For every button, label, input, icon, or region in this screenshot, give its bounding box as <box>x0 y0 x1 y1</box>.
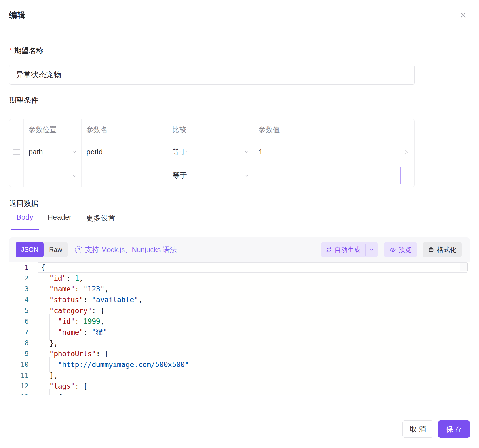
editor-scrollbar[interactable] <box>460 263 468 271</box>
code-line-content[interactable]: "name": "123", <box>38 284 470 294</box>
value-input[interactable]: 1 <box>254 140 414 164</box>
chevron-down-icon <box>369 247 374 252</box>
line-number: 3 <box>9 284 38 294</box>
auto-generate-caret-button[interactable] <box>366 242 378 257</box>
edit-expectation-dialog: 编辑 * 期望名称 期望条件 参数位置 参数名 比较 参数值 path <box>0 0 479 448</box>
mode-toggle: JSON Raw <box>16 242 68 257</box>
help-icon: ? <box>75 246 82 253</box>
code-line[interactable]: 3 "name": "123", <box>9 284 470 294</box>
value-input-focused[interactable] <box>254 167 401 184</box>
close-button[interactable] <box>458 10 468 20</box>
code-line-content[interactable]: }, <box>38 338 470 348</box>
name-label-text: 期望名称 <box>14 46 43 56</box>
code-line-content[interactable]: "tags": [ <box>38 381 470 392</box>
line-number: 7 <box>9 327 38 338</box>
param-name-value: petId <box>86 148 103 156</box>
condition-row-2: 等于 <box>9 164 414 187</box>
tab-more-settings[interactable]: 更多设置 <box>80 213 121 230</box>
mode-raw-button[interactable]: Raw <box>44 242 68 257</box>
syntax-hint-text: 支持 Mock.js、Nunjucks 语法 <box>85 245 177 254</box>
comparator-select[interactable]: 等于 <box>167 140 254 164</box>
position-select-empty[interactable] <box>23 164 81 187</box>
line-number: 5 <box>9 305 38 316</box>
position-select-value: path <box>29 148 43 156</box>
editor-toolbar: JSON Raw ? 支持 Mock.js、Nunjucks 语法 自动生成 <box>16 242 462 257</box>
column-header-position: 参数位置 <box>23 119 81 140</box>
indent-guide <box>41 389 41 395</box>
mode-json-button[interactable]: JSON <box>16 242 44 257</box>
drag-cell-empty <box>9 164 23 187</box>
repeat-icon <box>326 247 332 253</box>
line-number: 10 <box>9 359 38 370</box>
preview-button[interactable]: 预览 <box>384 242 417 257</box>
response-label: 返回数据 <box>9 199 38 208</box>
drag-handle-icon[interactable] <box>13 149 20 155</box>
line-number: 2 <box>9 273 38 284</box>
code-line[interactable]: 5 "category": { <box>9 305 470 316</box>
drag-cell <box>9 140 23 164</box>
format-button[interactable]: 格式化 <box>423 242 462 257</box>
code-editor[interactable]: 1{2 "id": 1,3 "name": "123",4 "status": … <box>9 262 470 395</box>
column-header-param: 参数名 <box>81 119 167 140</box>
code-line[interactable]: 11 ], <box>9 370 470 381</box>
code-line[interactable]: 10 "http://dummyimage.com/500x500" <box>9 359 470 370</box>
chevron-down-icon <box>244 173 249 178</box>
tab-body[interactable]: Body <box>11 213 39 230</box>
code-lines: 1{2 "id": 1,3 "name": "123",4 "status": … <box>9 262 470 395</box>
line-number: 9 <box>9 348 38 359</box>
comparator-select-value: 等于 <box>172 171 187 180</box>
line-number: 12 <box>9 381 38 392</box>
condition-row-1: path petId 等于 1 <box>9 140 414 164</box>
line-number: 4 <box>9 294 38 305</box>
line-number: 11 <box>9 370 38 381</box>
auto-generate-label: 自动生成 <box>335 245 360 254</box>
line-number: 13 <box>9 392 38 395</box>
comparator-select-value: 等于 <box>172 147 187 157</box>
code-line-content[interactable]: "id": 1999, <box>38 316 470 327</box>
comparator-select-2[interactable]: 等于 <box>167 164 254 187</box>
cancel-button[interactable]: 取 消 <box>402 420 433 438</box>
close-icon <box>459 11 467 19</box>
body-editor-panel: JSON Raw ? 支持 Mock.js、Nunjucks 语法 自动生成 <box>9 237 470 395</box>
code-line[interactable]: 6 "id": 1999, <box>9 316 470 327</box>
line-number: 8 <box>9 338 38 348</box>
code-line[interactable]: 8 }, <box>9 338 470 348</box>
drag-column-header <box>9 119 23 140</box>
param-name-input-empty[interactable] <box>81 164 167 187</box>
dialog-title: 编辑 <box>9 10 25 21</box>
code-line-content[interactable]: "status": "available", <box>38 294 470 305</box>
code-line[interactable]: 4 "status": "available", <box>9 294 470 305</box>
code-line[interactable]: 9 "photoUrls": [ <box>9 348 470 359</box>
line-number: 6 <box>9 316 38 327</box>
conditions-label: 期望条件 <box>9 95 38 105</box>
conditions-header-row: 参数位置 参数名 比较 参数值 <box>9 119 414 140</box>
auto-generate-split-button: 自动生成 <box>321 242 378 257</box>
code-line-content[interactable]: "category": { <box>38 305 470 316</box>
code-line-content[interactable]: "name": "猫" <box>38 327 470 338</box>
format-label: 格式化 <box>437 245 456 254</box>
dialog-footer: 取 消 保 存 <box>9 420 470 438</box>
preview-label: 预览 <box>399 245 411 254</box>
auto-generate-button[interactable]: 自动生成 <box>321 242 365 257</box>
code-line[interactable]: 12 "tags": [ <box>9 381 470 392</box>
code-line[interactable]: 1{ <box>9 262 470 273</box>
chevron-down-icon <box>72 150 77 155</box>
code-line[interactable]: 2 "id": 1, <box>9 273 470 284</box>
code-line-content[interactable]: ], <box>38 370 470 381</box>
param-name-input[interactable]: petId <box>81 140 167 164</box>
code-line-content[interactable]: "http://dummyimage.com/500x500" <box>38 359 470 370</box>
code-line-content[interactable]: "photoUrls": [ <box>38 348 470 359</box>
line-number: 1 <box>9 262 38 273</box>
code-line[interactable]: 13 { <box>9 392 470 395</box>
code-line-content[interactable]: { <box>38 262 470 273</box>
code-line[interactable]: 7 "name": "猫" <box>9 327 470 338</box>
code-line-content[interactable]: "id": 1, <box>38 273 470 284</box>
code-line-content[interactable]: { <box>38 392 470 395</box>
save-button[interactable]: 保 存 <box>438 420 470 438</box>
format-icon <box>428 247 434 253</box>
expectation-name-input[interactable] <box>9 65 415 85</box>
position-select[interactable]: path <box>23 140 81 164</box>
clear-row-icon[interactable] <box>404 150 409 154</box>
tab-header[interactable]: Header <box>42 213 78 230</box>
syntax-hint-link[interactable]: ? 支持 Mock.js、Nunjucks 语法 <box>75 245 177 254</box>
